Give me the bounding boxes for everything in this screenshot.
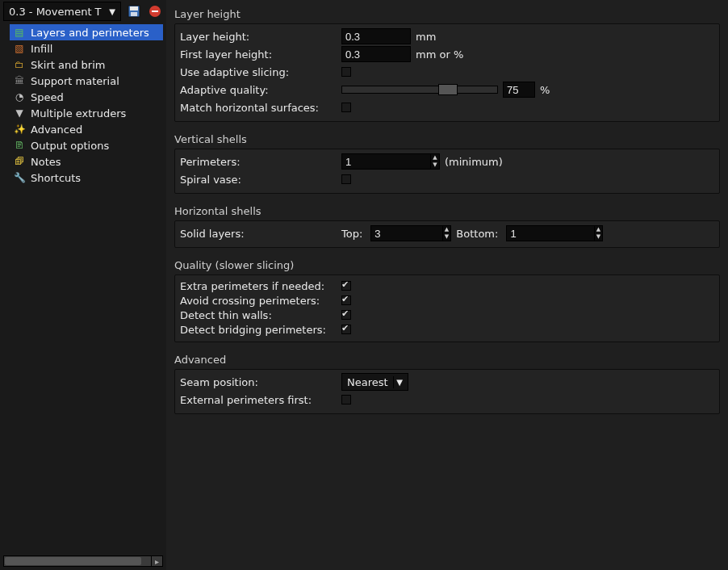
spin-down-icon[interactable]: ▼: [431, 161, 439, 169]
horizontal-scrollbar[interactable]: ▸: [3, 555, 163, 567]
notes-icon: 🗊: [13, 155, 26, 168]
sidebar-item-advanced[interactable]: ✨Advanced: [10, 121, 163, 137]
sidebar-item-infill[interactable]: ▧Infill: [10, 40, 163, 57]
svg-rect-1: [130, 6, 138, 10]
settings-tree: ▤Layers and perimeters▧Infill🗀Skirt and …: [0, 24, 166, 555]
slider-thumb[interactable]: [438, 84, 458, 95]
skirt-brim-icon: 🗀: [13, 58, 26, 71]
svg-rect-2: [131, 12, 137, 16]
sidebar-item-label: Skirt and brim: [31, 59, 105, 71]
seam-position-select[interactable]: Nearest ▼: [341, 373, 408, 391]
perimeters-input[interactable]: [342, 154, 430, 169]
spiral-vase-checkbox[interactable]: [341, 174, 351, 184]
bottom-layers-spinner[interactable]: ▲▼: [506, 225, 603, 241]
adaptive-slicing-checkbox[interactable]: [341, 67, 351, 77]
top-layers-input[interactable]: [371, 226, 441, 241]
perimeters-spinner[interactable]: ▲▼: [341, 153, 440, 170]
spiral-vase-label: Spiral vase:: [180, 174, 337, 186]
profile-label: 0.3 - Movement T: [9, 6, 102, 18]
detect-thin-walls-label: Detect thin walls:: [180, 309, 337, 321]
sidebar-item-label: Speed: [31, 91, 64, 103]
chevron-down-icon: ▼: [109, 7, 115, 16]
extruders-icon: ▼: [13, 107, 26, 119]
layer-height-label: Layer height:: [180, 31, 337, 43]
extra-perimeters-checkbox[interactable]: [341, 281, 351, 291]
sidebar-item-label: Notes: [31, 156, 61, 168]
spin-up-icon[interactable]: ▲: [595, 226, 603, 233]
infill-icon: ▧: [13, 42, 26, 55]
top-layers-spinner[interactable]: ▲▼: [370, 225, 451, 241]
detect-bridging-checkbox[interactable]: [341, 325, 351, 334]
svg-rect-4: [152, 10, 158, 12]
bottom-label: Bottom:: [456, 228, 501, 240]
sidebar-topbar: 0.3 - Movement T ▼: [0, 0, 166, 24]
spin-up-icon[interactable]: ▲: [431, 154, 439, 161]
bottom-layers-input[interactable]: [507, 226, 593, 241]
sidebar-item-speed[interactable]: ◔Speed: [10, 89, 163, 105]
layer-height-input[interactable]: [341, 28, 411, 44]
external-perimeters-first-checkbox[interactable]: [341, 395, 351, 404]
horizontal-scrollbar-thumb[interactable]: [5, 557, 141, 565]
sidebar-item-notes[interactable]: 🗊Notes: [10, 153, 163, 170]
group-vertical-shells: Vertical shells Perimeters: ▲▼ (minimum)…: [174, 132, 720, 194]
group-advanced: Advanced Seam position: Nearest ▼ Extern…: [174, 352, 720, 414]
adaptive-quality-unit: %: [540, 84, 550, 96]
delete-button[interactable]: [147, 3, 163, 19]
shortcuts-icon: 🔧: [13, 171, 26, 184]
first-layer-height-label: First layer height:: [180, 48, 337, 61]
output-icon: 🖹: [13, 139, 26, 152]
layers-icon: ▤: [13, 26, 26, 39]
group-title-vertical-shells: Vertical shells: [174, 132, 720, 149]
extra-perimeters-label: Extra perimeters if needed:: [180, 280, 337, 292]
sidebar-item-layers-and-perimeters[interactable]: ▤Layers and perimeters: [10, 24, 163, 40]
group-title-layer-height: Layer height: [174, 6, 720, 23]
sidebar-item-multiple-extruders[interactable]: ▼Multiple extruders: [10, 105, 163, 121]
top-label: Top:: [341, 228, 366, 240]
match-horizontal-label: Match horizontal surfaces:: [180, 102, 337, 114]
adaptive-quality-slider[interactable]: [341, 86, 498, 94]
seam-position-value: Nearest: [347, 376, 388, 388]
sidebar-item-label: Support material: [31, 75, 119, 87]
app-root: 0.3 - Movement T ▼ ▤Layers and perimeter…: [0, 0, 728, 570]
spin-up-icon[interactable]: ▲: [443, 226, 451, 233]
adaptive-quality-label: Adaptive quality:: [180, 84, 337, 96]
sidebar-item-skirt-and-brim[interactable]: 🗀Skirt and brim: [10, 57, 163, 73]
sidebar-item-label: Multiple extruders: [31, 107, 126, 119]
advanced-icon: ✨: [13, 123, 26, 136]
group-horizontal-shells: Horizontal shells Solid layers: Top: ▲▼ …: [174, 203, 720, 248]
spin-down-icon[interactable]: ▼: [595, 233, 603, 241]
scroll-right-arrow-icon[interactable]: ▸: [151, 556, 162, 566]
seam-position-label: Seam position:: [180, 376, 337, 388]
sidebar: 0.3 - Movement T ▼ ▤Layers and perimeter…: [0, 0, 166, 570]
perimeters-label: Perimeters:: [180, 156, 337, 168]
group-title-quality: Quality (slower slicing): [174, 258, 720, 275]
first-layer-height-unit: mm or %: [416, 48, 463, 61]
sidebar-item-label: Layers and perimeters: [31, 27, 149, 39]
layer-height-unit: mm: [416, 31, 436, 43]
match-horizontal-checkbox[interactable]: [341, 103, 351, 112]
avoid-crossing-label: Avoid crossing perimeters:: [180, 295, 337, 307]
sidebar-item-label: Output options: [31, 140, 109, 152]
adaptive-slicing-label: Use adaptive slicing:: [180, 66, 337, 78]
perimeters-suffix: (minimum): [445, 156, 503, 168]
save-button[interactable]: [126, 3, 142, 19]
profile-selector[interactable]: 0.3 - Movement T ▼: [3, 2, 121, 21]
sidebar-item-output-options[interactable]: 🖹Output options: [10, 137, 163, 153]
sidebar-item-label: Infill: [31, 43, 53, 55]
spin-down-icon[interactable]: ▼: [443, 233, 451, 241]
adaptive-quality-input[interactable]: [503, 82, 535, 98]
sidebar-item-label: Shortcuts: [31, 172, 81, 184]
avoid-crossing-checkbox[interactable]: [341, 295, 351, 305]
detect-bridging-label: Detect bridging perimeters:: [180, 324, 337, 336]
sidebar-item-support-material[interactable]: 🏛Support material: [10, 73, 163, 89]
sidebar-item-shortcuts[interactable]: 🔧Shortcuts: [10, 170, 163, 186]
speed-icon: ◔: [13, 90, 26, 103]
group-layer-height: Layer height Layer height: mm First laye…: [174, 6, 720, 122]
sidebar-item-label: Advanced: [31, 124, 82, 136]
group-title-horizontal-shells: Horizontal shells: [174, 203, 720, 220]
external-perimeters-first-label: External perimeters first:: [180, 394, 337, 406]
settings-panel: Layer height Layer height: mm First laye…: [166, 0, 728, 570]
chevron-down-icon: ▼: [393, 376, 406, 388]
detect-thin-walls-checkbox[interactable]: [341, 310, 351, 320]
first-layer-height-input[interactable]: [341, 46, 411, 62]
